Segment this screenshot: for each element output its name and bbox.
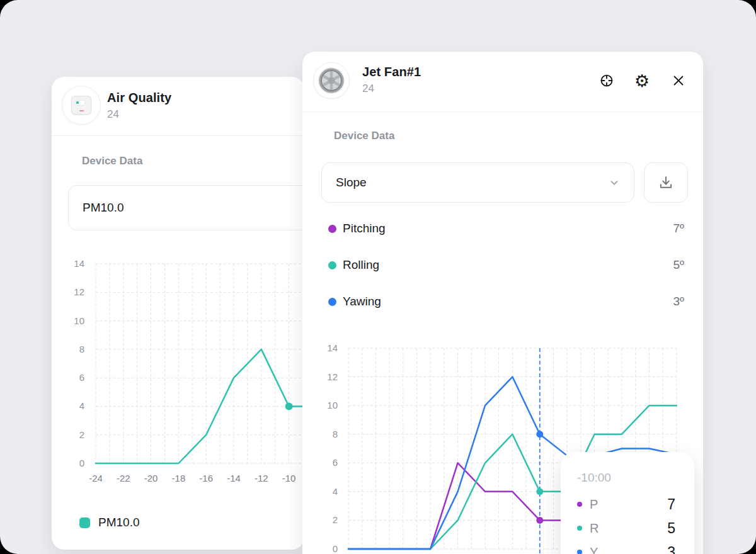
crosshair-icon	[598, 72, 615, 89]
jet-fan-icon	[316, 65, 346, 96]
metric-label: Rolling	[343, 258, 379, 272]
device-data-label: Device Data	[334, 130, 394, 142]
tooltip-time: -10:00	[577, 471, 675, 485]
download-button[interactable]	[644, 162, 688, 203]
svg-text:-14: -14	[227, 473, 241, 483]
svg-text:12: 12	[74, 286, 84, 297]
tooltip-row-r: R 5	[577, 516, 675, 540]
svg-text:10: 10	[327, 400, 338, 410]
svg-text:2: 2	[79, 429, 84, 440]
air-quality-subtitle: 24	[107, 108, 119, 121]
jet-fan-card: Jet Fan#1 24 ⚙ Device Data Slope	[302, 52, 703, 554]
metric-select[interactable]: PM10.0	[68, 185, 304, 230]
yawing-dot-icon	[328, 298, 336, 306]
dashboard-screen: Air Quality 24 Device Data PM10.0 024681…	[0, 0, 756, 554]
header-divider	[52, 135, 304, 136]
chart-legend-pm10[interactable]: PM10.0	[79, 516, 139, 529]
slope-metrics-list: Pitching 7º Rolling 5º Yawing 3º	[321, 210, 684, 320]
svg-text:12: 12	[327, 371, 338, 382]
metric-row-yawing[interactable]: Yawing 3º	[321, 283, 684, 320]
air-quality-title: Air Quality	[107, 91, 171, 105]
svg-text:8: 8	[79, 344, 84, 354]
svg-text:-20: -20	[144, 473, 158, 483]
settings-button[interactable]: ⚙	[631, 69, 653, 92]
header-divider	[302, 111, 703, 112]
locate-button[interactable]	[595, 69, 618, 92]
gear-icon: ⚙	[634, 72, 650, 89]
device-data-label: Device Data	[82, 155, 142, 167]
air-quality-line-chart[interactable]: 02468101214-24-22-20-18-16-14-12-10	[52, 246, 304, 497]
svg-text:-16: -16	[199, 473, 213, 483]
jet-fan-device-avatar	[313, 62, 350, 99]
air-quality-card: Air Quality 24 Device Data PM10.0 024681…	[52, 77, 304, 550]
metric-label: Pitching	[343, 222, 386, 235]
svg-text:4: 4	[333, 486, 338, 497]
pitching-dot-icon	[577, 502, 582, 507]
jet-fan-subtitle: 24	[362, 82, 374, 95]
rolling-dot-icon	[577, 526, 582, 531]
tooltip-row-y: Y 3	[577, 540, 675, 554]
svg-text:4: 4	[79, 400, 84, 411]
svg-text:-10: -10	[282, 473, 296, 483]
svg-text:-12: -12	[255, 473, 268, 483]
tooltip-row-p: P 7	[577, 492, 675, 516]
svg-text:6: 6	[79, 372, 84, 383]
air-quality-sensor-icon	[71, 96, 91, 115]
svg-text:0: 0	[79, 458, 84, 468]
metric-value: 3º	[673, 295, 684, 308]
metric-row-pitching[interactable]: Pitching 7º	[321, 210, 684, 247]
close-button[interactable]	[667, 69, 690, 92]
metric-label: Yawing	[343, 295, 381, 308]
chart-tooltip: -10:00 P 7 R 5 Y 3	[561, 452, 694, 554]
pitching-dot-icon	[328, 225, 336, 233]
svg-text:2: 2	[333, 514, 338, 525]
svg-text:0: 0	[333, 543, 338, 554]
metric-value: 5º	[673, 258, 684, 272]
svg-text:14: 14	[327, 342, 338, 353]
svg-text:10: 10	[74, 315, 84, 326]
chevron-down-icon	[607, 176, 621, 189]
svg-text:-24: -24	[89, 473, 103, 483]
data-type-select-value: Slope	[336, 176, 367, 189]
legend-swatch	[79, 517, 90, 528]
svg-text:6: 6	[333, 457, 338, 468]
svg-text:14: 14	[74, 258, 84, 269]
svg-text:-18: -18	[172, 473, 186, 483]
data-type-select[interactable]: Slope	[321, 162, 634, 203]
jet-fan-title: Jet Fan#1	[362, 65, 421, 79]
svg-text:8: 8	[333, 429, 338, 439]
rolling-dot-icon	[328, 261, 336, 269]
metric-select-value: PM10.0	[83, 201, 123, 215]
air-quality-device-avatar	[62, 86, 101, 125]
metric-row-rolling[interactable]: Rolling 5º	[321, 247, 684, 283]
legend-label: PM10.0	[98, 516, 139, 529]
yawing-dot-icon	[577, 550, 582, 554]
close-icon	[671, 73, 686, 88]
svg-text:-22: -22	[117, 473, 130, 483]
download-icon	[658, 174, 674, 191]
metric-value: 7º	[673, 222, 684, 235]
